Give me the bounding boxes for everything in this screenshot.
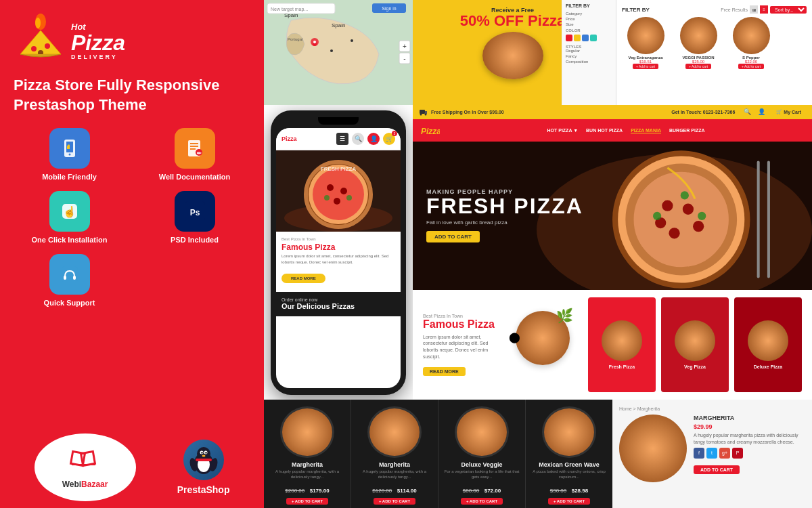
featured-read-more[interactable]: READ MORE [423,367,466,376]
nav-hot-pizza[interactable]: HOT PIZZA ▼ [547,128,579,133]
svg-rect-20 [73,276,76,280]
support-icon-box [49,254,90,295]
list-view-btn[interactable]: ≡ [760,5,768,14]
contact-bar: Get In Touch: 0123-321-7366 [671,110,735,114]
logo-pizza: Pizza [71,32,125,54]
menu-item-3: Mexican Green Wave A pizza baked with cr… [526,400,612,508]
filter-product-2: S Pepper $22.00 + Add to cart [727,17,775,69]
color-label: COLOR [566,28,612,33]
phone-cart-icon[interactable]: 🛒 3 [383,133,395,145]
card-label-1: Veg Pizza [684,364,706,369]
bottom-badges: WebiBazaar [14,433,250,501]
svg-point-75 [662,200,673,211]
svg-rect-9 [190,143,198,144]
pizza-name-0: Margherita [292,461,323,468]
oneclick-label: One Click Installation [32,236,108,244]
product-add-to-cart[interactable]: ADD TO CART [694,465,740,474]
swatch-red[interactable] [566,35,572,41]
pizza-add-btn-3[interactable]: + ADD TO CART [548,498,590,505]
pizza-add-btn-1[interactable]: + ADD TO CART [374,498,415,505]
phone-content: Best Pizza In Town Famous Pizza Lorem ip… [276,232,401,289]
pinterest-btn[interactable]: P [732,448,743,459]
filter-products: Veg Extravaganza $19.51 + Add to cart VE… [622,17,807,69]
pizza-name-1: Margherita [379,461,410,468]
pizza-prices-1: $120.00 $114.00 [372,483,416,495]
product-page: Home > Margherita MARGHERITA $29.99 A hu… [612,400,812,508]
grid-view-btn[interactable]: ⊞ [750,5,758,14]
sort-label: Free Results [721,7,748,12]
twitter-btn[interactable]: t [706,448,717,459]
pizza-price-0: $200.00 [285,488,304,494]
phone-read-btn[interactable]: READ MORE [281,274,325,283]
svg-point-1 [35,18,41,28]
featured-text: Best Pizza In Town Famous Pizza Lorem ip… [423,314,502,376]
filter-add-btn-0[interactable]: + Add to cart [633,64,658,69]
nav-burger-pizza[interactable]: BURGER PIZZA [669,128,705,133]
svg-text:New target map...: New target map... [271,7,308,12]
pizza-name-2: Deluxe Veggie [461,461,502,468]
filter-product-0: Veg Extravaganza $19.51 + Add to cart [622,17,669,69]
card-pizza-0 [602,320,642,361]
filter-by-title: FILTER BY [566,3,612,8]
swatch-blue[interactable] [582,35,589,41]
prestashop-label: PrestaShop [177,484,230,495]
svg-text:+: + [403,43,407,50]
phone-menu-icon[interactable]: ☰ [336,133,348,145]
featured-title: Famous Pizza [423,318,502,331]
pizza-sale-3: $28.98 [572,488,588,494]
phone-sub: Best Pizza In Town [281,237,395,241]
swatch-teal[interactable] [590,35,597,41]
user-bar-icon[interactable]: 👤 [758,108,765,115]
hero-add-to-cart[interactable]: ADD TO CART [426,231,480,242]
pizza-add-btn-2[interactable]: + ADD TO CART [461,498,503,505]
pizza-sale-1: $114.00 [397,488,417,494]
pizza-sale-0: $179.00 [310,488,330,494]
filter-add-btn-1[interactable]: + Add to cart [685,64,711,69]
svg-point-7 [68,154,70,156]
site-hero-text: MAKING PEOPLE HAPPY FRESH PIZZA Fall in … [426,188,583,242]
phone-body: Lorem ipsum dolor sit amet, consectetur … [281,253,395,265]
googleplus-btn[interactable]: g+ [719,448,730,459]
svg-rect-10 [190,146,198,147]
svg-point-81 [653,212,661,220]
pizza-price-2: $80.00 [463,488,479,494]
featured-bg-img: 🌿 ⬤ [516,311,574,379]
webibazaar-badge: WebiBazaar [35,433,136,501]
tagline: Pizza Store Fully Responsive Prestashop … [14,76,250,114]
phone-logo: Pizza [281,131,302,146]
style-regular: Regular [566,49,612,53]
site-header: Pizza HOT PIZZA ▼ BUN HOT PIZZA PIZZA MA… [413,119,812,142]
search-bar-icon[interactable]: 🔍 [744,108,751,115]
phone-user-icon[interactable]: 👤 [367,133,380,145]
swatch-yellow[interactable] [574,35,581,41]
cart-bar[interactable]: 🛒 My Cart [772,108,805,116]
pizza-prices-2: $80.00 $72.00 [463,483,501,495]
facebook-btn[interactable]: f [694,448,704,459]
menu-item-2: Deluxe Veggie For a vegetarian looking f… [438,400,526,508]
pizza-add-btn-0[interactable]: + ADD TO CART [286,498,328,505]
filter-add-btn-2[interactable]: + Add to cart [738,64,764,69]
menu-item-0: Margherita A hugely popular margherita, … [264,400,351,508]
svg-point-43 [313,41,316,43]
svg-point-2 [31,46,37,51]
hero-desc: Fall in love with garlic bread pizza [426,219,583,226]
documentation-label: Well Documentation [159,173,231,181]
promo-percent: 50% OFF Pizza [460,14,565,28]
phone-notch [318,117,359,125]
nav-pizza-mania[interactable]: PIZZA MANIA [631,128,661,133]
pizza-desc-0: A hugely popular margherita, with a deli… [267,469,347,480]
svg-point-78 [693,221,704,232]
phone-search-icon[interactable]: 🔍 [352,133,364,145]
svg-point-80 [681,191,689,199]
menu-item-1: Margherita A hugely popular margherita, … [351,400,438,508]
webi-text: Webi [62,480,81,489]
filter-product-img-1 [680,17,717,54]
left-panel: Hot Pizza DELIVERY Pizza Store Fully Res… [0,0,264,508]
svg-point-31 [202,455,205,457]
sort-select[interactable]: Sort by... [770,6,807,14]
psd-icon-box: Ps [175,191,215,232]
logo-area: Hot Pizza DELIVERY [14,14,125,68]
nav-bun-pizza[interactable]: BUN HOT PIZZA [586,128,623,133]
svg-point-58 [327,184,334,191]
right-panel: Spain Portugal Spain New target map... S… [264,0,812,508]
